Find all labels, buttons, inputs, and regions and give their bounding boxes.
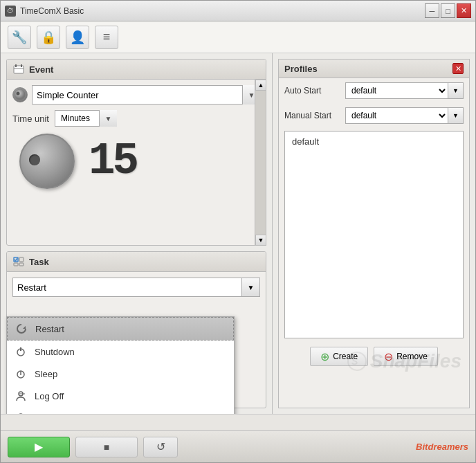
window-title: TimeComX Basic	[20, 6, 84, 16]
svg-point-5	[17, 92, 20, 96]
profiles-header: Profiles ✕	[279, 60, 469, 78]
menu-item-shutdown-label: Shutdown	[35, 347, 75, 357]
svg-rect-1	[15, 64, 17, 67]
user-icon: 👤	[70, 30, 85, 45]
event-type-select[interactable]: Simple Counter	[32, 85, 260, 105]
lock-computer-icon	[14, 411, 28, 414]
left-panel: Event	[1, 53, 273, 414]
time-unit-select[interactable]: Minutes	[55, 110, 117, 127]
sleep-icon	[14, 367, 28, 381]
title-bar-left: ⏱ TimeComX Basic	[5, 6, 84, 17]
auto-start-row: Auto Start default ▼	[279, 78, 469, 103]
user-button[interactable]: 👤	[66, 26, 89, 49]
time-unit-row: Time unit Minutes ▼	[12, 110, 260, 127]
profile-list-item[interactable]: default	[288, 134, 460, 149]
task-dropdown-arrow[interactable]: ▼	[242, 278, 260, 297]
svg-point-15	[20, 374, 21, 375]
task-section-icon	[12, 255, 25, 268]
status-bar	[1, 414, 475, 430]
restore-button[interactable]: □	[441, 3, 455, 18]
event-section-title: Event	[29, 64, 53, 75]
auto-start-select[interactable]: default	[345, 82, 448, 99]
manual-start-row: Manual Start default ▼	[279, 103, 469, 128]
svg-text:S: S	[351, 356, 358, 367]
task-section-header: Task	[7, 252, 266, 272]
profiles-close-button[interactable]: ✕	[452, 63, 464, 74]
brand-accent: dreamers	[428, 442, 468, 452]
task-dropdown-menu: Restart Shutdown	[6, 316, 235, 414]
scroll-down-button[interactable]: ▼	[255, 235, 266, 246]
event-counter-row: Simple Counter ▼	[12, 85, 260, 105]
manual-start-select[interactable]: default	[345, 107, 448, 124]
digit-display: 15	[89, 136, 136, 186]
menu-item-restart[interactable]: Restart	[7, 317, 234, 341]
svg-rect-2	[21, 64, 22, 67]
profiles-title: Profiles	[284, 64, 318, 74]
minimize-button[interactable]: ─	[425, 3, 439, 18]
playback-controls: ▶ ■ ↺	[8, 437, 178, 457]
manual-start-arrow[interactable]: ▼	[448, 107, 464, 124]
close-button[interactable]: ✕	[457, 3, 471, 18]
right-panel: Profiles ✕ Auto Start default ▼ Manual S…	[273, 53, 475, 414]
menu-item-restart-label: Restart	[35, 324, 64, 334]
event-section-content: Simple Counter ▼ Time unit Minutes	[7, 80, 266, 246]
toolbar: 🔧 🔒 👤 ≡	[1, 21, 475, 53]
task-section: Task Restart ▼	[6, 251, 266, 408]
profiles-list: default	[284, 131, 464, 338]
event-section: Event	[6, 59, 266, 246]
scroll-track	[255, 91, 266, 235]
menu-item-shutdown[interactable]: Shutdown	[7, 341, 234, 363]
logoff-icon	[14, 389, 28, 403]
main-window: ⏱ TimeComX Basic ─ □ ✕ 🔧 🔒 👤 ≡	[0, 0, 476, 463]
event-section-header: Event	[7, 60, 266, 80]
create-icon: ⊕	[320, 350, 329, 363]
restart-icon	[15, 322, 28, 336]
lock-icon: 🔒	[41, 30, 56, 45]
svg-rect-7	[19, 257, 24, 262]
auto-start-select-wrapper: default ▼	[345, 82, 464, 99]
menu-item-logoff[interactable]: Log Off	[7, 385, 234, 407]
stop-button[interactable]: ■	[75, 437, 138, 457]
clock-display: 15	[12, 134, 260, 189]
event-section-icon	[12, 63, 25, 75]
list-button[interactable]: ≡	[95, 26, 118, 49]
time-unit-select-wrapper: Minutes ▼	[55, 110, 117, 127]
time-unit-label: Time unit	[12, 114, 49, 124]
clock-knob[interactable]	[19, 134, 75, 189]
scroll-up-button[interactable]: ▲	[255, 80, 266, 91]
snapfiles-icon: S	[347, 351, 367, 372]
counter-icon	[12, 87, 28, 102]
auto-start-arrow[interactable]: ▼	[448, 82, 464, 99]
svg-point-4	[15, 89, 26, 100]
play-icon: ▶	[35, 440, 43, 453]
menu-item-sleep[interactable]: Sleep	[7, 363, 234, 385]
tools-button[interactable]: 🔧	[8, 26, 31, 49]
play-button[interactable]: ▶	[8, 437, 70, 457]
menu-item-lock-label: Lock Computer	[35, 413, 95, 415]
repeat-button[interactable]: ↺	[143, 437, 178, 457]
repeat-icon: ↺	[156, 440, 165, 453]
lock-button[interactable]: 🔒	[37, 26, 60, 49]
task-section-title: Task	[29, 257, 49, 267]
shutdown-icon	[14, 345, 28, 358]
event-type-wrapper: Simple Counter ▼	[32, 85, 260, 105]
list-icon: ≡	[103, 30, 111, 44]
title-bar: ⏱ TimeComX Basic ─ □ ✕	[1, 1, 475, 21]
menu-item-sleep-label: Sleep	[35, 369, 57, 379]
menu-item-logoff-label: Log Off	[35, 391, 64, 401]
manual-start-label: Manual Start	[284, 111, 340, 120]
task-select-input[interactable]: Restart	[12, 278, 242, 297]
svg-marker-10	[23, 326, 26, 329]
auto-start-label: Auto Start	[284, 86, 340, 96]
wrench-icon: 🔧	[12, 30, 27, 45]
task-dropdown-wrapper: Restart ▼	[12, 278, 260, 297]
main-area: Event	[1, 53, 475, 414]
event-scrollbar: ▲ ▼	[255, 80, 266, 246]
title-controls: ─ □ ✕	[425, 3, 471, 18]
svg-rect-8	[14, 263, 18, 266]
app-icon: ⏱	[5, 6, 16, 17]
bottom-bar: ▶ ■ ↺ Bitdreamers	[1, 430, 475, 462]
menu-item-lock[interactable]: Lock Computer	[7, 407, 234, 414]
stop-icon: ■	[104, 442, 109, 453]
snapfiles-watermark: S SnapFiles	[347, 350, 461, 372]
